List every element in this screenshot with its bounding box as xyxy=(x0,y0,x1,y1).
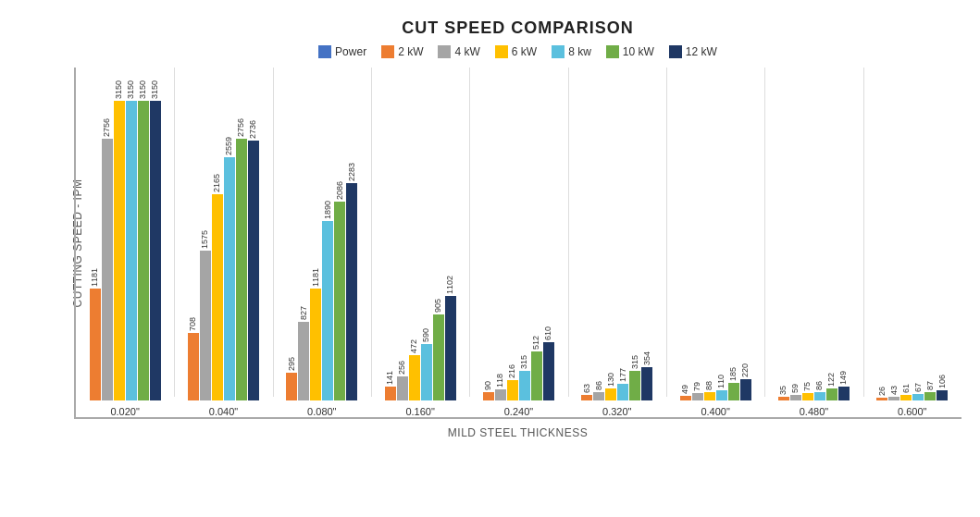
bar-group-inner: 497988110185220 xyxy=(666,68,764,400)
legend-label: 6 kW xyxy=(512,45,537,58)
bar-group: 29582711811890208622830.080" xyxy=(273,68,371,417)
bar xyxy=(334,202,345,400)
bar-value-label: 2756 xyxy=(237,118,245,137)
bar-group-inner: 90118216315512610 xyxy=(469,68,567,400)
bar-group: 63861301773153540.320" xyxy=(568,68,666,417)
bar-col: 472 xyxy=(409,68,420,400)
bar-group-inner: 6386130177315354 xyxy=(568,68,666,400)
bar-col: 708 xyxy=(188,68,199,400)
bar xyxy=(593,392,604,400)
bar-col: 35 xyxy=(778,68,789,400)
x-axis-label: MILD STEEL THICKNESS xyxy=(74,426,961,439)
bar-value-label: 3150 xyxy=(115,80,123,99)
bar-col: 106 xyxy=(937,68,948,400)
bar xyxy=(236,139,247,400)
bar-col: 61 xyxy=(900,68,912,400)
bar-group: 14125647259090511020.160" xyxy=(371,68,469,417)
bar-col: 2165 xyxy=(212,68,223,400)
bar xyxy=(778,397,789,400)
bar xyxy=(581,395,592,400)
bar-group-inner: 35597586122149 xyxy=(764,68,862,400)
bar-value-label: 905 xyxy=(434,299,442,313)
bar xyxy=(188,333,199,400)
bar-col: 827 xyxy=(298,68,309,400)
x-axis-group-label: 0.240" xyxy=(504,406,533,417)
bar-value-label: 2756 xyxy=(103,118,111,137)
bar-col: 2756 xyxy=(236,68,247,400)
bar-col: 3150 xyxy=(114,68,125,400)
bar xyxy=(912,394,924,400)
bar-value-label: 35 xyxy=(779,386,788,395)
bar-col: 90 xyxy=(483,68,494,400)
bar xyxy=(322,221,333,400)
bar-group: 355975861221490.480" xyxy=(764,68,862,417)
bar-col: 1181 xyxy=(90,68,101,400)
bar-value-label: 61 xyxy=(902,384,911,393)
bar-value-label: 59 xyxy=(791,384,800,393)
bar-value-label: 87 xyxy=(926,381,935,390)
x-axis-group-label: 0.020" xyxy=(110,406,139,417)
bar-value-label: 110 xyxy=(717,375,726,388)
bar xyxy=(507,380,518,400)
bar-col: 256 xyxy=(397,68,408,400)
bar-col: 216 xyxy=(507,68,518,400)
bar-col: 1575 xyxy=(200,68,211,400)
bar-value-label: 122 xyxy=(827,373,836,387)
bar-col: 87 xyxy=(924,68,936,400)
bar-value-label: 354 xyxy=(643,351,651,365)
bar xyxy=(543,342,554,400)
bar-col: 67 xyxy=(912,68,924,400)
bar-value-label: 75 xyxy=(803,382,812,391)
bar-value-label: 220 xyxy=(741,363,750,377)
group-divider xyxy=(371,68,372,397)
bar-value-label: 610 xyxy=(544,326,552,340)
bar-col: 220 xyxy=(740,68,751,400)
legend-label: 8 kw xyxy=(568,45,591,58)
bar-value-label: 2736 xyxy=(249,120,257,139)
group-divider xyxy=(764,68,765,397)
bar xyxy=(740,379,751,400)
bar-value-label: 3150 xyxy=(139,80,147,99)
bar xyxy=(286,373,297,400)
bar-col: 610 xyxy=(543,68,554,400)
x-axis-group-label: 0.400" xyxy=(701,406,729,417)
bar-group: 26436167871060.600" xyxy=(863,68,961,417)
bar-col: 315 xyxy=(629,68,640,400)
legend-item: 2 kW xyxy=(381,45,423,58)
bar xyxy=(937,390,948,400)
bar-col: 1181 xyxy=(310,68,321,400)
bar-value-label: 86 xyxy=(815,381,824,390)
bar-value-label: 472 xyxy=(410,339,418,353)
bar-col: 2283 xyxy=(346,68,357,400)
bar-col: 905 xyxy=(433,68,444,400)
bar xyxy=(900,395,912,400)
bar xyxy=(102,139,113,400)
bar-value-label: 216 xyxy=(508,364,516,378)
x-axis-group-label: 0.480" xyxy=(800,406,828,417)
bar-value-label: 512 xyxy=(532,336,540,350)
bar-value-label: 256 xyxy=(398,361,406,375)
bar-value-label: 3150 xyxy=(127,80,135,99)
bar-col: 2086 xyxy=(334,68,345,400)
bar-col: 2756 xyxy=(102,68,113,400)
bar-col: 3150 xyxy=(138,68,149,400)
bar-col: 118 xyxy=(495,68,506,400)
bar-value-label: 2165 xyxy=(213,174,221,192)
bar-value-label: 67 xyxy=(914,383,923,392)
bar-value-label: 2559 xyxy=(225,137,233,155)
bar-value-label: 2283 xyxy=(348,163,356,181)
bar-value-label: 130 xyxy=(607,373,615,387)
legend-swatch xyxy=(438,45,451,58)
bar-col: 110 xyxy=(716,68,727,400)
legend-label: 10 kW xyxy=(623,45,654,58)
bar-value-label: 63 xyxy=(583,384,591,393)
bar-value-label: 118 xyxy=(496,374,504,388)
x-axis-group-label: 0.600" xyxy=(898,406,926,417)
bar-group-inner: 70815752165255927562736 xyxy=(174,68,272,400)
group-divider xyxy=(863,68,864,397)
bar xyxy=(531,351,542,400)
bar-value-label: 141 xyxy=(386,371,394,385)
legend-item: 6 kW xyxy=(495,45,537,58)
bar-col: 141 xyxy=(385,68,396,400)
bar xyxy=(716,390,727,400)
